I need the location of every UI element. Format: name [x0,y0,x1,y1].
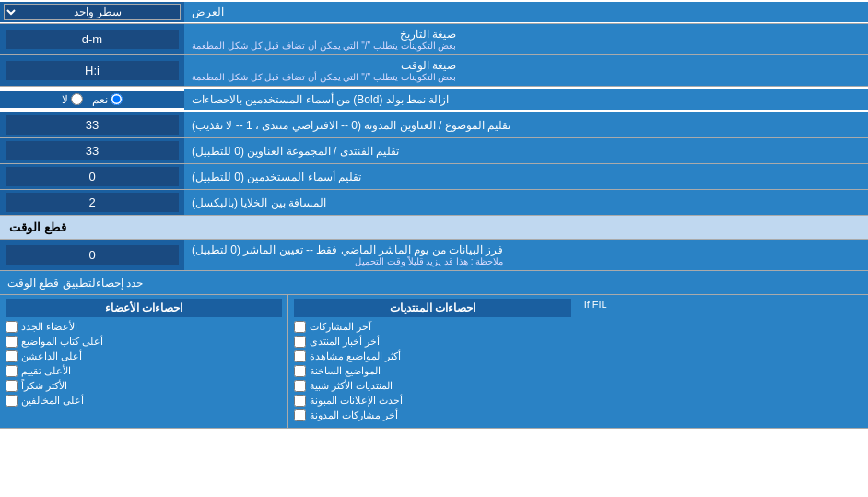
stats-members-col: احصاءات الأعضاء الأعضاء الجدد أعلى كتاب … [0,295,287,428]
stat-post-2: أكثر المواضيع مشاهدة [294,350,570,362]
forum-nav-row: تقليم الفنتدى / المجموعة العناوين (0 للت… [0,138,868,164]
display-select[interactable]: سطر واحد [4,4,181,20]
stat-member-4: الأكثر شكراً [6,380,282,392]
main-container: العرض سطر واحد صيغة التاريخ بعض التكوينا… [0,0,868,429]
topic-nav-label: تقليم الموضوع / العناوين المدونة (0 -- ا… [184,112,868,137]
user-names-row: تقليم أسماء المستخدمين (0 للتطبيل) [0,164,868,190]
stat-post-6: أخر مشاركات المدونة [294,409,570,421]
display-row: العرض سطر واحد [0,0,868,24]
stat-post-2-checkbox[interactable] [294,350,306,362]
topic-nav-input[interactable] [6,115,179,135]
forum-nav-input-container [0,138,184,163]
bold-label: ازالة نمط بولد (Bold) من أسماء المستخدمي… [184,89,868,110]
stat-member-3: الأعلى تقييم [6,365,282,377]
stat-post-5-checkbox[interactable] [294,395,306,407]
user-names-label: تقليم أسماء المستخدمين (0 للتطبيل) [184,164,868,189]
user-names-input[interactable] [6,167,179,186]
stats-grid: If FIL احصاءات المنتديات آخر المشاركات أ… [0,295,868,429]
stat-post-1-checkbox[interactable] [294,336,306,348]
stat-member-0-checkbox[interactable] [6,321,18,333]
forum-nav-label: تقليم الفنتدى / المجموعة العناوين (0 للت… [184,138,868,163]
stat-member-1-checkbox[interactable] [6,336,18,348]
stat-member-0: الأعضاء الجدد [6,321,282,333]
stats-right-col: If FIL [577,295,868,428]
date-format-input-container [0,24,184,54]
bold-radio-no[interactable] [71,93,83,105]
date-format-input[interactable] [6,30,179,49]
cell-gap-input-container [0,190,184,215]
stat-post-1: أخر أخبار المنتدى [294,336,570,348]
stat-member-2-checkbox[interactable] [6,350,18,362]
topic-nav-input-container [0,112,184,137]
bold-row: ازالة نمط بولد (Bold) من أسماء المستخدمي… [0,87,868,112]
stat-post-6-checkbox[interactable] [294,409,306,421]
date-format-row: صيغة التاريخ بعض التكوينات يتطلب "/" الت… [0,24,868,55]
stat-post-3: المواضيع الساخنة [294,365,570,377]
cell-gap-label: المسافة بين الخلايا (بالبكسل) [184,190,868,215]
qat-label: فرز البيانات من يوم الماشر الماضي فقط --… [184,240,868,270]
forum-nav-input[interactable] [6,141,179,160]
stat-member-2: أعلى الداعشن [6,350,282,362]
topic-nav-row: تقليم الموضوع / العناوين المدونة (0 -- ا… [0,112,868,138]
stat-post-0: آخر المشاركات [294,321,570,333]
cell-gap-input[interactable] [6,193,179,212]
stat-post-5: أحدث الإعلانات المبونة [294,395,570,407]
bold-radio-yes-label[interactable]: نعم [92,93,123,106]
stat-member-3-checkbox[interactable] [6,365,18,377]
stats-members-title: احصاءات الأعضاء [6,299,282,317]
user-names-input-container [0,164,184,189]
qat-input-container [0,240,184,270]
time-format-label: صيغة الوقت بعض التكوينات يتطلب "/" التي … [184,55,868,86]
stat-post-4: المنتديات الأكثر شبية [294,380,570,392]
bold-radio-group: نعم لا [0,91,184,108]
bold-radio-yes[interactable] [111,93,123,105]
time-format-input-container [0,55,184,86]
time-format-row: صيغة الوقت بعض التكوينات يتطلب "/" التي … [0,55,868,87]
stat-member-1: أعلى كتاب المواضيع [6,336,282,348]
stats-posts-col: احصاءات المنتديات آخر المشاركات أخر أخبا… [287,295,576,428]
time-format-input[interactable] [6,61,179,80]
stat-member-5: أعلى المخالفين [6,395,282,407]
qat-input[interactable] [6,245,179,265]
display-label: العرض [184,2,868,22]
stat-member-4-checkbox[interactable] [6,380,18,392]
stat-member-5-checkbox[interactable] [6,395,18,407]
bold-radio-no-label[interactable]: لا [62,93,83,106]
stat-post-3-checkbox[interactable] [294,365,306,377]
qat-row: فرز البيانات من يوم الماشر الماضي فقط --… [0,240,868,271]
stat-post-0-checkbox[interactable] [294,321,306,333]
stats-posts-title: احصاءات المنتديات [294,299,570,317]
qat-section-header: قطع الوقت [0,216,868,240]
stats-section-header: حدد إحصاءلتطبيق قطع الوقت [0,271,868,295]
cell-gap-row: المسافة بين الخلايا (بالبكسل) [0,190,868,216]
display-select-container: سطر واحد [0,2,184,22]
stat-post-4-checkbox[interactable] [294,380,306,392]
date-format-label: صيغة التاريخ بعض التكوينات يتطلب "/" الت… [184,24,868,54]
